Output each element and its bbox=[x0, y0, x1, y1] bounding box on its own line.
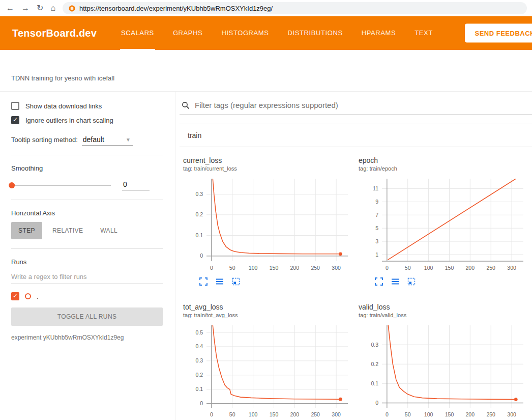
fit-domain-icon[interactable] bbox=[232, 277, 240, 286]
tooltip-sorting-row: Tooltip sorting method: default ▼ bbox=[11, 135, 163, 146]
svg-text:150: 150 bbox=[270, 411, 279, 417]
chart-card-current-loss: current_loss tag: train/current_loss 050… bbox=[183, 156, 351, 286]
nav-tabs: SCALARS GRAPHS HISTOGRAMS DISTRIBUTIONS … bbox=[120, 16, 434, 50]
svg-text:0.4: 0.4 bbox=[195, 343, 203, 349]
svg-text:0.5: 0.5 bbox=[195, 329, 203, 335]
svg-text:200: 200 bbox=[290, 265, 300, 271]
divider bbox=[11, 248, 163, 249]
checkbox-checked-icon[interactable] bbox=[11, 116, 19, 124]
experiment-id: experiment yKUbhb5wRmOSXYkId1z9eg bbox=[11, 334, 163, 341]
smoothing-slider[interactable] bbox=[11, 185, 111, 186]
svg-text:200: 200 bbox=[466, 411, 475, 417]
show-download-links-label: Show data download links bbox=[25, 102, 102, 110]
send-feedback-button[interactable]: SEND FEEDBACK bbox=[465, 24, 532, 43]
slider-thumb[interactable] bbox=[9, 182, 15, 188]
reload-icon[interactable]: ↻ bbox=[37, 4, 43, 12]
home-icon[interactable]: ⌂ bbox=[50, 4, 55, 12]
svg-text:7: 7 bbox=[375, 212, 378, 218]
line-chart-valid-loss[interactable]: 05010015020025030000.10.20.3 bbox=[359, 322, 526, 420]
fit-domain-icon[interactable] bbox=[407, 277, 416, 286]
svg-text:11: 11 bbox=[373, 185, 378, 191]
svg-text:0: 0 bbox=[375, 400, 378, 406]
charts-grid: current_loss tag: train/current_loss 050… bbox=[180, 147, 532, 420]
chevron-down-icon: ▼ bbox=[126, 137, 131, 143]
app-brand: TensorBoard.dev bbox=[0, 16, 97, 50]
tooltip-sorting-select[interactable]: default ▼ bbox=[82, 135, 133, 146]
chart-title: valid_loss bbox=[359, 303, 526, 311]
tag-filter-row bbox=[180, 98, 532, 115]
app-header: TensorBoard.dev SCALARS GRAPHS HISTOGRAM… bbox=[0, 16, 532, 50]
svg-text:0: 0 bbox=[386, 265, 389, 271]
toggle-all-runs-button[interactable]: TOGGLE ALL RUNS bbox=[11, 307, 163, 326]
relative-button[interactable]: RELATIVE bbox=[45, 222, 90, 239]
svg-text:100: 100 bbox=[424, 265, 433, 271]
tensorboard-favicon bbox=[69, 5, 75, 12]
run-name: . bbox=[37, 293, 39, 300]
line-list-icon[interactable] bbox=[391, 277, 399, 286]
tag-filter-input[interactable] bbox=[195, 101, 532, 109]
tab-scalars[interactable]: SCALARS bbox=[120, 16, 155, 50]
wall-button[interactable]: WALL bbox=[93, 222, 125, 239]
tab-hparams[interactable]: HPARAMS bbox=[361, 16, 397, 50]
svg-text:0.2: 0.2 bbox=[195, 372, 203, 378]
search-icon bbox=[182, 101, 190, 109]
tab-graphs[interactable]: GRAPHS bbox=[172, 16, 204, 50]
tooltip-sorting-value: default bbox=[83, 135, 104, 144]
run-checkbox-icon[interactable] bbox=[11, 292, 19, 300]
tooltip-sorting-label: Tooltip sorting method: bbox=[11, 136, 78, 144]
chart-title: current_loss bbox=[183, 156, 351, 164]
fullscreen-icon[interactable] bbox=[375, 277, 383, 286]
svg-text:250: 250 bbox=[311, 265, 320, 271]
train-section-header[interactable]: train bbox=[180, 124, 532, 147]
divider bbox=[11, 200, 163, 200]
chart-tag: tag: train/tot_avg_loss bbox=[183, 312, 351, 318]
svg-text:0.1: 0.1 bbox=[371, 380, 378, 386]
chart-tag: tag: train/valid_loss bbox=[359, 312, 526, 318]
smoothing-slider-row: 0 bbox=[11, 180, 163, 190]
smoothing-value[interactable]: 0 bbox=[122, 180, 150, 190]
svg-text:100: 100 bbox=[424, 411, 433, 417]
run-color-swatch-icon[interactable] bbox=[25, 293, 31, 299]
line-chart-tot-avg-loss[interactable]: 05010015020025030000.10.20.30.40.5 bbox=[183, 322, 351, 420]
chart-title: tot_avg_loss bbox=[183, 303, 351, 311]
svg-text:0: 0 bbox=[386, 411, 389, 417]
fullscreen-icon[interactable] bbox=[199, 277, 208, 286]
tab-histograms[interactable]: HISTOGRAMS bbox=[220, 16, 270, 50]
svg-text:300: 300 bbox=[332, 265, 341, 271]
chart-toolbar bbox=[183, 277, 351, 286]
svg-text:0: 0 bbox=[210, 411, 213, 417]
smoothing-label: Smoothing bbox=[11, 164, 163, 172]
chart-tag: tag: train/current_loss bbox=[183, 165, 351, 172]
svg-text:200: 200 bbox=[290, 411, 300, 417]
svg-text:3: 3 bbox=[375, 238, 378, 244]
tab-distributions[interactable]: DISTRIBUTIONS bbox=[287, 16, 344, 50]
ignore-outliers-checkbox[interactable]: Ignore outliers in chart scaling bbox=[11, 116, 163, 124]
svg-text:300: 300 bbox=[507, 265, 516, 271]
show-download-links-checkbox[interactable]: Show data download links bbox=[11, 102, 163, 110]
run-row[interactable]: . bbox=[11, 292, 163, 300]
checkbox-unchecked-icon[interactable] bbox=[11, 102, 19, 110]
svg-text:50: 50 bbox=[405, 411, 411, 417]
divider bbox=[11, 155, 163, 155]
svg-text:0: 0 bbox=[210, 265, 213, 271]
subheader: TDNN training for yesno with icefall bbox=[0, 50, 532, 92]
address-bar[interactable]: https://tensorboard.dev/experiment/yKUbh… bbox=[63, 2, 527, 14]
svg-text:0.3: 0.3 bbox=[195, 357, 203, 363]
chart-toolbar bbox=[359, 277, 526, 286]
step-button[interactable]: STEP bbox=[11, 222, 42, 239]
back-icon[interactable]: ← bbox=[6, 4, 14, 12]
svg-text:50: 50 bbox=[229, 411, 235, 417]
svg-text:50: 50 bbox=[405, 265, 411, 271]
svg-text:50: 50 bbox=[229, 265, 235, 271]
line-chart-current-loss[interactable]: 05010015020025030000.10.20.3 bbox=[183, 176, 351, 275]
svg-text:150: 150 bbox=[270, 265, 279, 271]
page: ← → ↻ ⌂ https://tensorboard.dev/experime… bbox=[0, 0, 532, 420]
chart-tag: tag: train/epoch bbox=[359, 165, 526, 172]
tab-text[interactable]: TEXT bbox=[413, 16, 434, 50]
svg-text:0.3: 0.3 bbox=[195, 191, 203, 197]
line-list-icon[interactable] bbox=[216, 277, 224, 286]
runs-filter-input[interactable] bbox=[11, 272, 163, 284]
line-chart-epoch[interactable]: 0501001502002503001357911 bbox=[359, 176, 526, 275]
forward-icon[interactable]: → bbox=[21, 4, 29, 12]
svg-text:0: 0 bbox=[200, 253, 203, 259]
